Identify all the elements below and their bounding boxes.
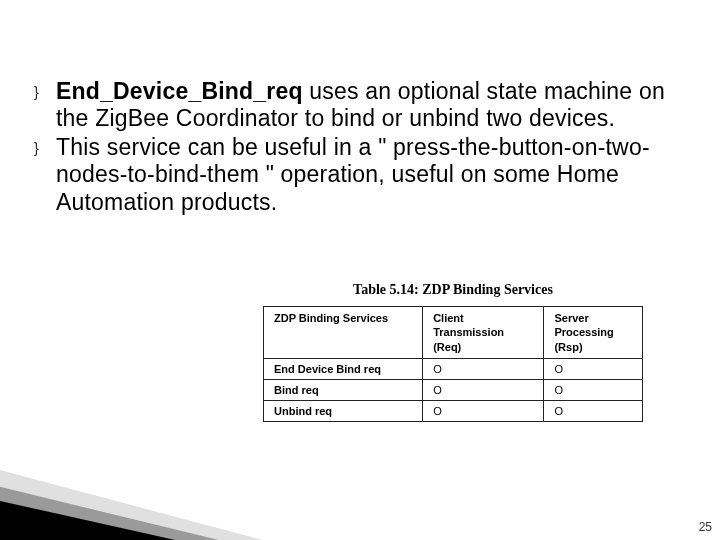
svg-marker-0 (0, 470, 300, 540)
table-cell: Unbind req (264, 400, 423, 421)
table-cell: O (544, 358, 643, 379)
bullet-marker-icon: } (34, 84, 56, 100)
table-caption: Table 5.14: ZDP Binding Services (263, 282, 643, 298)
table-header-cell: Client Transmission (Req) (423, 307, 544, 359)
page-number: 25 (699, 520, 712, 534)
zdp-table: ZDP Binding Services Client Transmission… (263, 306, 643, 422)
table-cell: O (544, 400, 643, 421)
table-row: End Device Bind req O O (264, 358, 643, 379)
svg-marker-1 (0, 482, 260, 540)
table-cell: Bind req (264, 379, 423, 400)
bullet-item: } End_Device_Bind_req uses an optional s… (34, 78, 674, 132)
zdp-table-block: Table 5.14: ZDP Binding Services ZDP Bin… (263, 282, 643, 422)
table-cell: End Device Bind req (264, 358, 423, 379)
bullet-item: } This service can be useful in a " pres… (34, 134, 674, 215)
table-cell: O (423, 379, 544, 400)
bullet-text: End_Device_Bind_req uses an optional sta… (56, 78, 674, 132)
table-cell: O (423, 400, 544, 421)
table-row: Bind req O O (264, 379, 643, 400)
bullet-bold: End_Device_Bind_req (56, 78, 303, 104)
bullet-rest: This service can be useful in a " press-… (56, 134, 650, 214)
table-header-cell: ZDP Binding Services (264, 307, 423, 359)
bullet-text: This service can be useful in a " press-… (56, 134, 674, 215)
swoosh-decoration-icon (0, 430, 300, 540)
table-header-row: ZDP Binding Services Client Transmission… (264, 307, 643, 359)
slide: } End_Device_Bind_req uses an optional s… (0, 0, 720, 540)
table-cell: O (423, 358, 544, 379)
table-cell: O (544, 379, 643, 400)
bullet-marker-icon: } (34, 140, 56, 156)
table-row: Unbind req O O (264, 400, 643, 421)
svg-marker-2 (0, 492, 220, 540)
table-header-cell: Server Processing (Rsp) (544, 307, 643, 359)
bullet-list: } End_Device_Bind_req uses an optional s… (34, 78, 674, 218)
